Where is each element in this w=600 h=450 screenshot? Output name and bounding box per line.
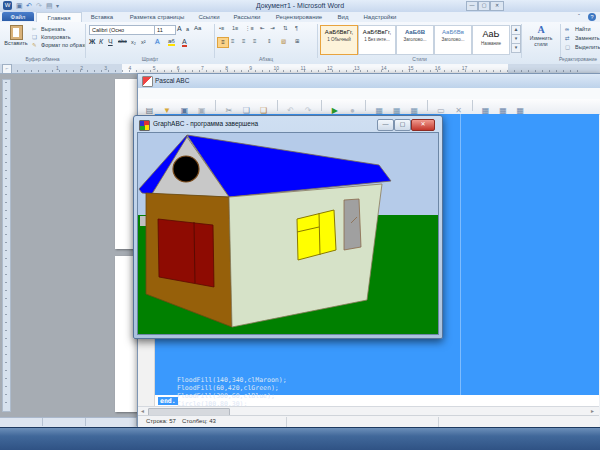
code-line: FloodFill(300,60,clBlue);: [177, 392, 275, 400]
bullets-button[interactable]: •≡: [219, 25, 224, 31]
strikethrough-button[interactable]: abc: [118, 38, 127, 44]
style-heading2[interactable]: АаБбВв Заголово...: [434, 25, 472, 55]
window-title: Документ1 - Microsoft Word: [0, 2, 600, 9]
code-end-line: end.: [158, 397, 178, 405]
sort-button[interactable]: ⇅: [283, 25, 288, 31]
graphabc-title: GraphABC - программа завершена: [153, 120, 258, 127]
bold-button[interactable]: Ж: [89, 38, 95, 45]
graphabc-minimize-button[interactable]: —: [377, 119, 394, 131]
tab-review[interactable]: Рецензирование: [268, 12, 330, 21]
justify-button[interactable]: ≡: [253, 38, 257, 44]
paste-button[interactable]: Вставить: [4, 24, 28, 54]
word-close-button[interactable]: ✕: [490, 1, 504, 11]
font-color-button[interactable]: А: [182, 38, 187, 47]
tab-mailings[interactable]: Рассылки: [226, 12, 268, 21]
graphabc-maximize-button[interactable]: ▢: [394, 119, 411, 131]
style-name: 1 Обычный: [321, 37, 357, 42]
vertical-ruler[interactable]: [2, 79, 11, 412]
superscript-button[interactable]: х²: [141, 39, 146, 45]
style-no-spacing[interactable]: АаБбВвГг, 1 Без инте...: [358, 25, 396, 55]
graphabc-close-button[interactable]: ✕: [411, 119, 435, 131]
paragraph-group-label: Абзац: [215, 56, 317, 62]
collapse-ribbon-icon[interactable]: ˆ: [578, 13, 580, 19]
code-line: FloodFill(140,340,clMaroon);: [177, 376, 287, 384]
style-sample: АаБбВв: [435, 29, 471, 35]
pascal-title: Pascal ABC: [155, 77, 189, 84]
tab-stop-selector[interactable]: ⌐: [2, 64, 12, 74]
styles-gallery-more-icon[interactable]: ▾: [511, 43, 521, 53]
format-painter-label[interactable]: Формат по образцу: [41, 42, 85, 48]
copy-icon[interactable]: ❏: [32, 34, 37, 40]
style-sample: АаБбВвГг,: [359, 29, 395, 35]
style-sample: АаЬ: [473, 29, 509, 39]
right-margin-line: [460, 114, 461, 395]
style-name: Заголово...: [435, 37, 471, 42]
font-name-select[interactable]: Calibri (Осно: [89, 25, 155, 35]
borders-button[interactable]: ⊞: [295, 38, 300, 44]
highlight-color-button[interactable]: аб: [168, 38, 175, 46]
underline-button[interactable]: Ч: [108, 38, 113, 45]
style-normal[interactable]: АаБбВвГг, 1 Обычный: [320, 25, 358, 55]
scroll-left-icon[interactable]: ◄: [140, 408, 145, 414]
graphabc-canvas: [137, 132, 439, 335]
increase-indent-button[interactable]: ⇥: [270, 25, 275, 31]
grow-font-button[interactable]: А: [177, 25, 182, 32]
tab-insert[interactable]: Вставка: [82, 12, 122, 21]
taskbar: P W Я R ABC EN ▲ 14:41 18.04.2014: [0, 427, 600, 450]
align-left-button[interactable]: ≡: [217, 37, 229, 48]
help-icon[interactable]: ?: [588, 13, 596, 21]
front-door: [158, 219, 214, 287]
tab-page-layout[interactable]: Разметка страницы: [122, 12, 192, 21]
tab-view[interactable]: Вид: [330, 12, 356, 21]
tab-references[interactable]: Ссылки: [192, 12, 226, 21]
style-name: Название: [473, 41, 509, 46]
style-sample: АаБбВ: [397, 29, 433, 35]
graphabc-titlebar[interactable]: GraphABC - программа завершена — ▢ ✕: [134, 116, 442, 132]
cut-icon[interactable]: ✂: [32, 26, 37, 32]
replace-icon[interactable]: ⇄: [565, 35, 570, 41]
replace-label[interactable]: Заменить: [575, 35, 600, 41]
text-effects-button[interactable]: А: [155, 38, 160, 45]
find-icon[interactable]: ∞: [565, 26, 569, 32]
font-size-select[interactable]: 11: [154, 25, 176, 35]
align-right-button[interactable]: ≡: [242, 38, 246, 44]
side-door: [344, 199, 361, 250]
align-center-button[interactable]: ≡: [231, 38, 235, 44]
tab-home[interactable]: Главная: [36, 12, 82, 22]
tab-file[interactable]: Файл: [2, 12, 34, 21]
format-painter-icon[interactable]: ✎: [32, 42, 37, 48]
code-line: FloodFill(60,420,clGreen);: [177, 384, 279, 392]
change-case-button[interactable]: Аа: [194, 25, 201, 31]
tab-addins[interactable]: Надстройки: [356, 12, 404, 21]
font-group-label: Шрифт: [86, 56, 214, 62]
decrease-indent-button[interactable]: ⇤: [260, 25, 265, 31]
graphabc-app-icon: [139, 120, 150, 131]
cursor-line-indicator: Строка: 57: [146, 418, 176, 424]
copy-label[interactable]: Копировать: [41, 34, 71, 40]
style-heading1[interactable]: АаБбВ Заголово...: [396, 25, 434, 55]
styles-group-label: Стили: [318, 56, 521, 62]
clipboard-group-label: Буфер обмена: [0, 56, 85, 62]
pilcrow-button[interactable]: ¶: [295, 25, 298, 31]
word-minimize-button[interactable]: —: [466, 1, 478, 11]
line-spacing-button[interactable]: ⇕: [267, 38, 272, 44]
word-maximize-button[interactable]: ▢: [478, 1, 490, 11]
scroll-right-icon[interactable]: ►: [590, 408, 595, 414]
change-styles-label: Изменить стили: [524, 35, 558, 47]
subscript-button[interactable]: х₂: [131, 39, 136, 45]
pascal-titlebar[interactable]: Pascal ABC: [138, 74, 600, 88]
gable-circle: [173, 156, 199, 182]
italic-button[interactable]: К: [99, 38, 103, 45]
paste-label: Вставить: [4, 40, 28, 46]
shrink-font-button[interactable]: а: [186, 26, 189, 32]
style-title[interactable]: АаЬ Название: [472, 25, 510, 55]
select-icon[interactable]: ▢: [565, 44, 570, 50]
find-label[interactable]: Найти: [575, 26, 591, 32]
shading-button[interactable]: ▨: [281, 38, 286, 44]
editing-group-label: Редактирование: [556, 56, 600, 62]
multilevel-list-button[interactable]: ⋮≡: [245, 25, 254, 31]
select-label[interactable]: Выделить: [575, 44, 600, 50]
numbering-button[interactable]: 1≡: [232, 25, 238, 31]
change-styles-button[interactable]: A Изменить стили: [524, 24, 558, 54]
cut-label[interactable]: Вырезать: [41, 26, 65, 32]
